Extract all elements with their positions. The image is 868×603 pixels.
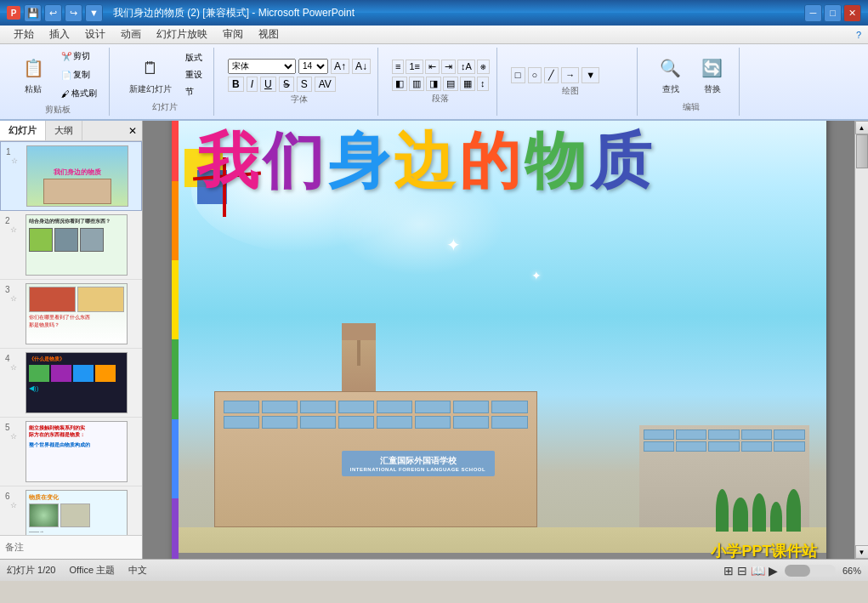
slidesorter-view-btn[interactable]: ⊟ [737,564,747,577]
scroll-up-btn[interactable]: ▲ [855,121,869,134]
slide-reset-btn[interactable]: 重设 [181,67,207,82]
scroll-thumb[interactable] [856,134,868,168]
format-painter-btn[interactable]: 🖌 格式刷 [56,85,102,102]
thumb-audio-4: ◀)) [29,384,124,392]
thumb-images-2 [29,228,124,252]
find-btn[interactable]: 🔍 查找 [651,50,690,100]
replace-btn[interactable]: 🔄 替换 [693,50,732,100]
undo-quick-btn[interactable]: ↩ [44,4,62,22]
numbering-btn[interactable]: 1≡ [406,60,423,74]
slide-sub-btns: 版式 重设 节 [181,50,207,100]
align-right-btn[interactable]: ◨ [426,77,441,91]
slide-num-1: 1 [6,145,23,156]
menu-animation[interactable]: 动画 [114,26,148,43]
text-direction-btn[interactable]: ↕A [457,60,475,74]
win-7 [453,401,489,413]
copy-btn[interactable]: 📄 复制 [56,66,102,83]
shape-circle[interactable]: ○ [528,67,542,83]
shape-line[interactable]: ╱ [544,67,559,83]
menu-view[interactable]: 视图 [252,26,286,43]
slide-item-6[interactable]: 6 ☆ 物质在变化 ——→ [0,486,142,535]
scroll-track [855,134,868,545]
shape-more[interactable]: ▼ [582,67,599,83]
menu-insert[interactable]: 插入 [43,26,77,43]
menu-slideshow[interactable]: 幻灯片放映 [150,26,214,43]
close-btn[interactable]: ✕ [843,4,861,22]
bar-orange [172,181,179,260]
slide-num-2: 2 [5,214,22,225]
theme-status: Office 主题 [69,564,115,577]
font-size-select[interactable]: 14 [298,59,328,74]
menu-home[interactable]: 开始 [7,26,41,43]
menu-design[interactable]: 设计 [78,26,112,43]
italic-btn[interactable]: I [247,77,258,92]
strikethrough-btn[interactable]: S̶ [279,77,294,92]
line-spacing-btn[interactable]: ↕ [477,77,489,91]
clipboard-sub-btns: ✂️ 剪切 📄 复制 🖌 格式刷 [56,48,102,102]
thumb-caption-3: 你们在哪里看到了什么东西 [29,314,124,321]
minimize-btn[interactable]: ─ [804,4,822,22]
align-center-btn[interactable]: ▥ [409,77,424,91]
align-left-btn[interactable]: ◧ [392,77,407,91]
slide-layout-btn[interactable]: 版式 [181,50,207,65]
tab-outline[interactable]: 大纲 [46,121,82,140]
menu-review[interactable]: 审阅 [216,26,250,43]
indent-dec-btn[interactable]: ⇤ [425,60,440,74]
cut-btn[interactable]: ✂️ 剪切 [56,48,102,65]
restore-btn[interactable]: □ [824,4,842,22]
bold-btn[interactable]: B [228,77,244,92]
canvas-area: 汇童国际外国语学校 INTERNATIONAL FOREIGN LANGUAGE… [143,121,854,559]
slide-thumb-3: 你们在哪里看到了什么东西 那是物质吗？ [26,283,128,344]
slide-section-btn[interactable]: 节 [181,84,207,100]
normal-view-btn[interactable]: ⊞ [723,564,734,577]
dropdown-quick-btn[interactable]: ▼ [85,4,103,22]
ribbon-font-group: 宋体 14 A↑ A↓ B I U S̶ S AV 字体 [221,48,378,116]
justify-btn[interactable]: ▤ [443,77,458,91]
win-6 [415,401,451,413]
font-shrink-btn[interactable]: A↓ [352,59,371,74]
slide-item-2[interactable]: 2 ☆ 结合身边的情况你看到了哪些东西？ [0,211,142,280]
reading-view-btn[interactable]: 📖 [751,564,765,577]
tab-slides[interactable]: 幻灯片 [0,121,46,140]
underline-btn[interactable]: U [260,77,276,92]
ribbon: 📋 粘贴 ✂️ 剪切 📄 复制 🖌 格式刷 剪贴板 🗒 新建幻灯片 版式 重设 … [0,44,868,121]
slideshow-view-btn[interactable]: ▶ [769,564,778,577]
rwin-4 [741,429,772,440]
rwin-6 [644,441,674,452]
redo-quick-btn[interactable]: ↪ [65,4,82,22]
columns-btn[interactable]: ▦ [460,77,475,91]
tree-5 [786,489,801,532]
font-family-select[interactable]: 宋体 [228,59,296,74]
char-spacing-btn[interactable]: AV [315,77,336,92]
shadow-btn[interactable]: S [297,77,312,92]
shape-arrow[interactable]: → [561,67,579,83]
shape-rect[interactable]: □ [511,67,525,83]
thumb-title-text-1: 我们身边的物质 [52,166,103,179]
thumb-img-2a [29,228,53,252]
vertical-scrollbar[interactable]: ▲ ▼ [854,121,868,559]
left-color-bars [172,121,179,559]
font-grow-btn[interactable]: A↑ [331,59,349,74]
help-btn[interactable]: ? [856,30,861,40]
thumb-text-5c: 整个世界都是由物质构成的 [29,441,124,449]
panel-close-btn[interactable]: ✕ [123,123,142,139]
slide-item-1[interactable]: 1 ☆ 我们身边的物质 [0,141,142,211]
replace-icon: 🔄 [699,54,726,82]
slide-item-5[interactable]: 5 ☆ 能立接触到铣装系列的实 际方在的东西都是物质： 整个世界都是由物质构成的 [0,418,142,486]
save-quick-btn[interactable]: 💾 [24,4,42,22]
indent-inc-btn[interactable]: ⇥ [441,60,456,74]
convert-smartart-btn[interactable]: ⎈ [477,60,490,74]
paste-btn[interactable]: 📋 粘贴 [14,50,53,100]
scroll-down-btn[interactable]: ▼ [855,545,869,559]
zoom-slider[interactable] [785,565,836,577]
bar-blue [172,419,179,498]
bullets-btn[interactable]: ≡ [392,60,404,74]
school-name-main: 汇童国际外国语学校 [380,455,457,467]
editing-label: 编辑 [683,101,700,113]
slide-item-3[interactable]: 3 ☆ 你们在哪里看到了什么东西 那是物质吗？ [0,280,142,349]
slide-item-4[interactable]: 4 ☆ 《什么是物质》 ◀)) [0,349,142,418]
theme-text: Office 主题 [69,564,115,577]
win-10 [262,416,298,429]
new-slide-btn[interactable]: 🗒 新建幻灯片 [123,50,178,100]
slide-count-text: 幻灯片 1/20 [7,564,55,577]
